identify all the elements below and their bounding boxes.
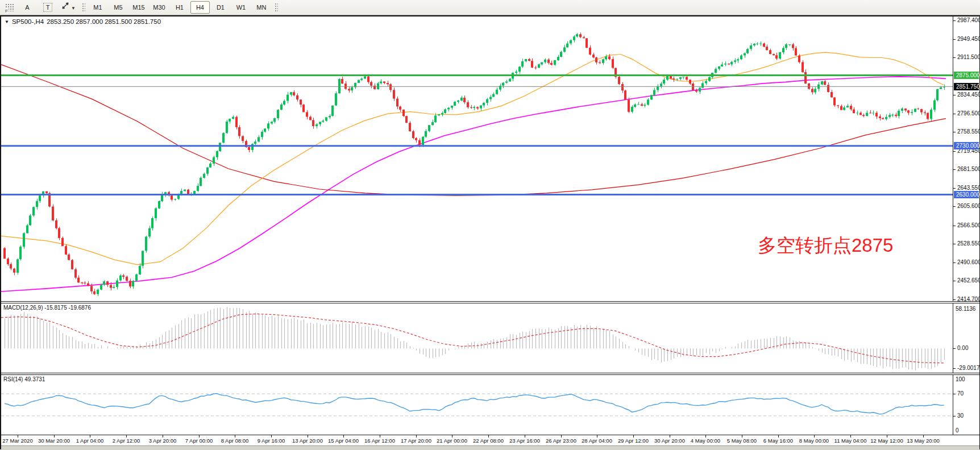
quote-low: 2851.500: [105, 18, 132, 25]
annotation-text: 多空转折点2875: [758, 236, 893, 255]
candles-layer: [3, 32, 945, 296]
dotted-grid-icon: F: [5, 3, 14, 11]
timeframe-button-M15[interactable]: M15: [129, 1, 148, 14]
price-level-label: 2630.000: [954, 191, 979, 198]
timeframe-button-H1[interactable]: H1: [170, 1, 189, 14]
macd-label: MACD(12,26,9) -15.8175 -19.6876: [3, 305, 91, 311]
price-level-label: 2851.750: [954, 83, 979, 90]
text-tool-icon: T: [43, 3, 53, 12]
time-label: 13 May 20:00: [900, 438, 946, 444]
rsi-plot[interactable]: [1, 375, 953, 435]
dropdown-caret-icon: ▼: [71, 6, 76, 11]
quote-open: 2853.250: [47, 18, 74, 25]
rsi-line: [5, 394, 944, 414]
diagonal-arrows-icon: [61, 2, 70, 10]
macd-plot[interactable]: [1, 303, 953, 373]
quote-high: 2857.000: [76, 18, 103, 25]
timeframe-button-D1[interactable]: D1: [211, 1, 230, 14]
macd-histogram: [5, 307, 945, 370]
timeframe-button-group: M1M5M15M30H1H4D1W1MN: [88, 1, 272, 14]
rsi-axis: 10070300: [953, 375, 979, 435]
window-bottom-strip: [1, 445, 979, 450]
price-level-label: 2730.000: [954, 142, 979, 149]
price-axis: 2987.4002949.4502911.5002834.4502796.500…: [953, 16, 979, 301]
chart-header: ▼ SP500-,H4 2853.250 2857.000 2851.500 2…: [5, 18, 161, 25]
macd-axis: 58.11360.00-29.0017: [953, 303, 979, 373]
letter-a-button[interactable]: A: [18, 1, 37, 14]
symbol-timeframe-label: SP500-,H4: [12, 18, 44, 25]
timeframe-button-M1[interactable]: M1: [88, 1, 107, 14]
timeframe-button-MN[interactable]: MN: [252, 1, 271, 14]
timeframe-button-W1[interactable]: W1: [231, 1, 251, 14]
rsi-label: RSI(14) 49.3731: [3, 376, 45, 382]
text-tool-button[interactable]: T: [38, 1, 57, 14]
toolbar-grip: [81, 2, 85, 13]
rsi-panel: RSI(14) 49.3731 10070300: [1, 375, 979, 435]
chart-window: ▼ SP500-,H4 2853.250 2857.000 2851.500 2…: [0, 15, 980, 449]
quote-close: 2851.750: [134, 18, 161, 25]
toolbar-grip: [274, 2, 278, 13]
timeframe-button-M30[interactable]: M30: [150, 1, 169, 14]
timeframe-button-H4[interactable]: H4: [190, 1, 210, 14]
timeframe-button-M5[interactable]: M5: [109, 1, 128, 14]
price-chart-plot[interactable]: [1, 16, 953, 301]
time-axis: 27 Mar 202030 Mar 20:001 Apr 04:002 Apr …: [1, 435, 979, 445]
price-level-label: 2875.000: [954, 72, 979, 79]
arrows-tool-button[interactable]: ▼: [59, 1, 78, 14]
price-chart-panel: ▼ SP500-,H4 2853.250 2857.000 2851.500 2…: [1, 16, 979, 301]
macd-panel: MACD(12,26,9) -15.8175 -19.6876 58.11360…: [1, 303, 979, 373]
expand-triangle-icon[interactable]: ▼: [5, 19, 9, 24]
top-toolbar: F A T ▼ M1M5M15M30H1H4D1W1MN: [0, 0, 980, 15]
chart-shift-button[interactable]: F: [3, 2, 16, 13]
